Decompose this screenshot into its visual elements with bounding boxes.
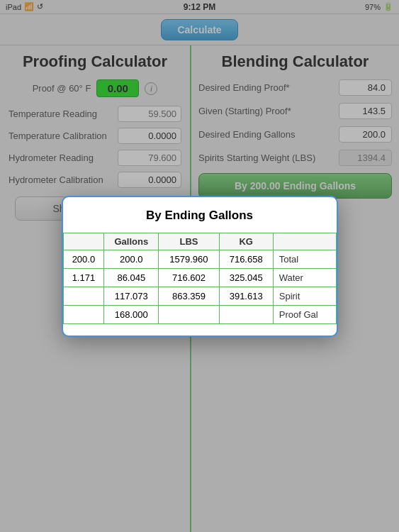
total-col2: 1579.960 (159, 250, 219, 268)
table-row: 117.073 863.359 391.613 Spirit (63, 287, 336, 305)
col-header-lbs: LBS (159, 233, 219, 250)
modal-title: By Ending Gallons (63, 209, 337, 223)
proofgal-col0 (63, 305, 104, 323)
modal-overlay[interactable]: By Ending Gallons Gallons LBS KG 200.0 2… (0, 0, 399, 532)
total-col0: 200.0 (63, 250, 104, 268)
water-col3: 325.045 (219, 268, 273, 287)
total-col3: 716.658 (219, 250, 273, 268)
spirit-col3: 391.613 (219, 287, 273, 305)
total-label: Total (273, 250, 336, 268)
water-col1: 86.045 (104, 268, 159, 287)
table-row: 168.000 Proof Gal (63, 305, 336, 323)
spirit-col0 (63, 287, 104, 305)
proofgal-col3 (219, 305, 273, 323)
spirit-col1: 117.073 (104, 287, 159, 305)
total-col1: 200.0 (104, 250, 159, 268)
water-col0: 1.171 (63, 268, 104, 287)
spirit-col2: 863.359 (159, 287, 219, 305)
col-header-gallons: Gallons (104, 233, 159, 250)
proofgal-col1: 168.000 (104, 305, 159, 323)
table-row: 1.171 86.045 716.602 325.045 Water (63, 268, 336, 287)
proofgal-col2 (159, 305, 219, 323)
modal-dialog: By Ending Gallons Gallons LBS KG 200.0 2… (62, 196, 338, 337)
water-label: Water (273, 268, 336, 287)
spirit-label: Spirit (273, 287, 336, 305)
col-header-kg: KG (219, 233, 273, 250)
col-header-label (273, 233, 336, 250)
water-col2: 716.602 (159, 268, 219, 287)
col-header-0 (63, 233, 104, 250)
table-row: 200.0 200.0 1579.960 716.658 Total (63, 250, 336, 268)
proofgal-label: Proof Gal (273, 305, 336, 323)
results-table: Gallons LBS KG 200.0 200.0 1579.960 716.… (63, 233, 337, 324)
